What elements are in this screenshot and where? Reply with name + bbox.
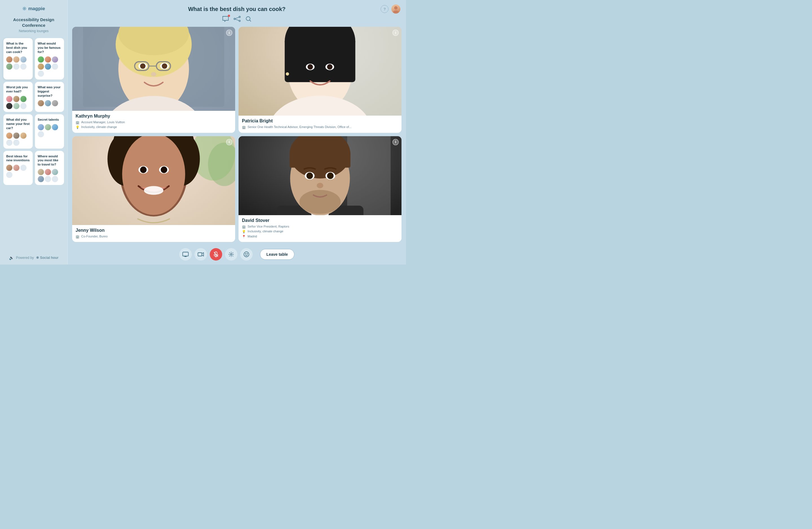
room-card-5[interactable]: What did you name your first car? xyxy=(3,114,33,148)
interests-text-david: Inclusivity, climate change xyxy=(248,229,284,233)
room-card-3[interactable]: Worst job you ever had? xyxy=(3,82,33,112)
avatar xyxy=(38,176,44,182)
room-title-6: Secret talents xyxy=(38,118,61,122)
screen-share-button[interactable] xyxy=(179,248,192,260)
emoji-button[interactable] xyxy=(240,248,252,260)
info-badge-david[interactable]: ℹ xyxy=(392,139,399,145)
leave-table-button[interactable]: Leave table xyxy=(260,249,294,260)
room-card-1[interactable]: What is the best dish you can cook? xyxy=(3,38,33,80)
chat-icon[interactable] xyxy=(222,16,229,24)
info-badge-kathryn[interactable]: ℹ xyxy=(226,30,232,36)
mute-button[interactable] xyxy=(210,248,222,260)
svg-marker-69 xyxy=(202,253,204,256)
room-title-5: What did you name your first car? xyxy=(6,118,30,130)
avatar xyxy=(38,169,44,175)
conference-subtitle: Networking lounges xyxy=(19,29,48,33)
video-footer-jenny: Jenny Wilson 🏢 Co-Founder, Bureo xyxy=(72,225,235,242)
video-preview-david: ℹ xyxy=(238,136,402,215)
info-badge-patricia[interactable]: ℹ xyxy=(392,30,399,36)
room-title-1: What is the best dish you can cook? xyxy=(6,41,30,54)
share-icon[interactable] xyxy=(233,16,241,24)
person-name-patricia: Patricia Bright xyxy=(242,118,398,124)
room-title-7: Best ideas for new inventions xyxy=(6,154,30,163)
sidebar-footer: 🔈 Powered by ❋ Social hour xyxy=(9,251,59,260)
video-footer-kathryn: Kathryn Murphy 🏢 Account Manager, Louis … xyxy=(72,111,235,133)
avatar-placeholder xyxy=(13,63,19,70)
person-role-david: 🏢 Señor Vice President, Raptors xyxy=(242,225,398,229)
svg-point-48 xyxy=(161,166,167,173)
room-title-4: What was your biggest surprise? xyxy=(38,85,61,98)
role-text-david: Señor Vice President, Raptors xyxy=(248,225,289,228)
svg-line-6 xyxy=(235,19,239,20)
room-avatars-6 xyxy=(38,124,61,137)
avatar-placeholder xyxy=(52,176,58,182)
location-icon: 📍 xyxy=(242,234,246,239)
logo-area: ❋ magpie xyxy=(22,6,45,12)
avatar xyxy=(6,56,12,62)
user-avatar[interactable] xyxy=(391,4,400,14)
svg-point-31 xyxy=(308,64,313,70)
avatar xyxy=(45,63,51,70)
avatar xyxy=(45,124,51,130)
search-icon[interactable] xyxy=(245,16,251,24)
room-card-8[interactable]: Where would you most like to travel to? xyxy=(35,151,64,185)
svg-point-74 xyxy=(230,254,232,255)
avatar xyxy=(20,56,27,62)
room-title-3: Worst job you ever had? xyxy=(6,85,30,94)
avatar-placeholder xyxy=(6,140,12,146)
svg-point-44 xyxy=(122,136,185,215)
avatar xyxy=(20,132,27,139)
room-card-4[interactable]: What was your biggest surprise? xyxy=(35,82,64,112)
svg-point-1 xyxy=(393,11,399,14)
person-name-kathryn: Kathryn Murphy xyxy=(75,114,232,119)
svg-line-8 xyxy=(250,20,251,22)
svg-point-17 xyxy=(140,63,145,69)
svg-point-22 xyxy=(151,72,156,76)
avatar xyxy=(13,56,19,62)
avatar xyxy=(52,100,58,106)
svg-point-3 xyxy=(239,16,241,18)
svg-point-77 xyxy=(247,254,248,254)
main-panel: What is the best dish you can cook? ? xyxy=(68,0,406,264)
avatar xyxy=(45,56,51,62)
avatar xyxy=(38,56,44,62)
logo-icon: ❋ xyxy=(22,6,27,12)
avatar xyxy=(13,96,19,102)
svg-point-63 xyxy=(327,172,334,179)
svg-point-75 xyxy=(244,252,249,257)
topbar: What is the best dish you can cook? ? xyxy=(68,0,406,14)
svg-rect-52 xyxy=(347,136,391,215)
social-hour-logo: ❋ Social hour xyxy=(36,256,58,260)
conference-title: Accessibility Design Conference xyxy=(3,17,64,28)
video-button[interactable] xyxy=(194,248,207,260)
room-avatars-3 xyxy=(6,96,30,109)
video-card-david: ℹ David Stover 🏢 Señor Vice President, R… xyxy=(238,136,402,242)
room-card-7[interactable]: Best ideas for new inventions xyxy=(3,151,33,185)
room-title-8: Where would you most like to travel to? xyxy=(38,154,61,167)
svg-point-62 xyxy=(306,172,313,179)
social-hour-icon: ❋ xyxy=(36,256,39,260)
avatar xyxy=(6,96,12,102)
room-avatars-8 xyxy=(38,169,61,182)
sidebar: ❋ magpie Accessibility Design Conference… xyxy=(0,0,68,264)
video-preview-patricia: ℹ xyxy=(238,27,402,116)
room-card-6[interactable]: Secret talents xyxy=(35,114,64,148)
avatar xyxy=(38,63,44,70)
avatar-placeholder xyxy=(6,172,12,178)
svg-rect-28 xyxy=(285,39,355,82)
room-card-2[interactable]: What would you be famous for? xyxy=(35,38,64,80)
person-name-david: David Stover xyxy=(242,218,398,223)
video-preview-kathryn: ℹ xyxy=(72,27,235,111)
video-preview-jenny: ℹ xyxy=(72,136,235,225)
settings-button[interactable] xyxy=(225,248,237,260)
info-badge-jenny[interactable]: ℹ xyxy=(226,139,232,145)
room-avatars-2 xyxy=(38,56,61,77)
room-avatars-1 xyxy=(6,56,30,70)
help-button[interactable]: ? xyxy=(381,5,389,13)
chat-badge xyxy=(228,15,230,17)
avatar-placeholder xyxy=(52,63,58,70)
action-row xyxy=(68,14,406,27)
user-avatar-inner xyxy=(391,4,400,14)
person-location-david: 📍 Madrid xyxy=(242,234,398,239)
svg-line-5 xyxy=(235,17,239,19)
